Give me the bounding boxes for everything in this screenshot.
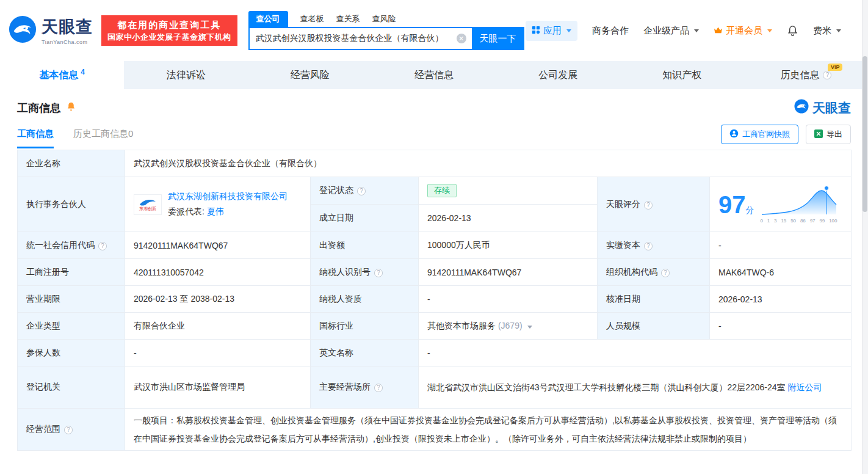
table-row: 参保人数 - 英文名称 - bbox=[18, 340, 852, 366]
reg-status-label-text: 登记状态 bbox=[319, 185, 353, 195]
business-scope-label: 经营范围 bbox=[18, 409, 125, 451]
help-icon[interactable] bbox=[64, 426, 73, 434]
org-code-label-text: 组织机构代码 bbox=[606, 267, 657, 277]
user-menu[interactable]: 费米 bbox=[813, 25, 841, 37]
table-row: 统一社会信用代码 91420111MAK64TWQ67 出资额 100000万人… bbox=[18, 232, 852, 259]
help-icon[interactable] bbox=[374, 384, 383, 392]
org-code-label: 组织机构代码 bbox=[598, 259, 710, 286]
table-row: 执行事务合伙人 东湖创新 武汉东湖创新科技投资有限公司 委派代表: 夏伟 bbox=[18, 177, 852, 205]
subscribe-bell-icon[interactable] bbox=[66, 101, 76, 114]
table-row: 企业名称 武汉武创兴汉股权投资基金合伙企业（有限合伙） bbox=[18, 150, 852, 177]
status-badge: 存续 bbox=[427, 184, 457, 197]
help-icon[interactable] bbox=[357, 187, 366, 195]
taxpayer-quality-value: - bbox=[419, 286, 598, 313]
business-address-label: 主要经营场所 bbox=[311, 366, 419, 409]
vertical-scrollbar[interactable] bbox=[862, 0, 868, 474]
nearby-companies-link[interactable]: 附近公司 bbox=[787, 382, 822, 392]
official-snapshot-button[interactable]: 工商官网快照 bbox=[721, 125, 798, 144]
business-info-table: 企业名称 武汉武创兴汉股权投资基金合伙企业（有限合伙） 执行事务合伙人 东湖创新… bbox=[17, 150, 852, 451]
search-tab-company[interactable]: 查公司 bbox=[248, 11, 288, 27]
banner-line2: 国家中小企业发展子基金旗下机构 bbox=[107, 33, 231, 41]
tianyancha-company-page: 天眼查 TianYanCha.com 都在用的商业查询工具 国家中小企业发展子基… bbox=[0, 0, 868, 474]
clear-search-icon[interactable]: ✕ bbox=[457, 34, 466, 43]
search-button[interactable]: 天眼一下 bbox=[472, 27, 524, 50]
table-row: 工商注册号 420111310057042 纳税人识别号 91420111MAK… bbox=[18, 259, 852, 286]
tab-company-development[interactable]: 公司发展 bbox=[496, 61, 620, 89]
partner-logo-text: 东湖创新 bbox=[139, 206, 156, 211]
tab-business-info[interactable]: 工商信息 bbox=[17, 128, 54, 148]
tianyancha-logo[interactable]: 天眼查 TianYanCha.com bbox=[9, 15, 93, 46]
tab-operation-info[interactable]: 经营信息 bbox=[372, 61, 496, 89]
help-icon[interactable] bbox=[644, 201, 653, 210]
chevron-down-icon[interactable] bbox=[527, 326, 532, 329]
notification-bell[interactable] bbox=[787, 25, 798, 37]
establish-date-value: 2026-02-13 bbox=[419, 205, 598, 232]
score-unit: 分 bbox=[746, 205, 754, 215]
tab-basic-info-label: 基本信息 bbox=[39, 69, 78, 82]
reg-authority-value: 武汉市洪山区市场监督管理局 bbox=[125, 366, 311, 409]
staff-size-value: - bbox=[710, 313, 852, 340]
partner-company-link[interactable]: 武汉东湖创新科技投资有限公司 bbox=[168, 191, 288, 202]
tab-history-business-info[interactable]: 历史工商信息0 bbox=[73, 128, 133, 148]
reg-number-value: 420111310057042 bbox=[125, 259, 311, 286]
rep-label: 委派代表: bbox=[168, 206, 204, 216]
insured-count-label: 参保人数 bbox=[18, 340, 125, 366]
reg-status-label: 登记状态 bbox=[311, 177, 419, 205]
top-header: 天眼查 TianYanCha.com 都在用的商业查询工具 国家中小企业发展子基… bbox=[0, 0, 868, 61]
enterprise-products-menu[interactable]: 企业级产品 bbox=[643, 25, 699, 37]
tab-legal-proceedings[interactable]: 法律诉讼 bbox=[124, 61, 248, 89]
export-button-label: 导出 bbox=[826, 129, 842, 140]
credit-code-label: 统一社会信用代码 bbox=[18, 232, 125, 259]
tab-operation-risk[interactable]: 经营风险 bbox=[248, 61, 372, 89]
help-icon[interactable] bbox=[661, 269, 670, 277]
scrollbar-thumb[interactable] bbox=[863, 56, 867, 212]
help-icon[interactable] bbox=[374, 269, 383, 277]
rep-name-link[interactable]: 夏伟 bbox=[207, 206, 224, 216]
score-cell[interactable]: 97分 0131550869799100 bbox=[710, 177, 852, 232]
executive-partner-label: 执行事务合伙人 bbox=[18, 177, 125, 232]
taxpayer-quality-label: 纳税人资质 bbox=[311, 286, 419, 313]
promo-banner: 都在用的商业查询工具 国家中小企业发展子基金旗下机构 bbox=[101, 15, 237, 46]
org-code-value: MAK64TWQ-6 bbox=[710, 259, 852, 286]
company-name-label: 企业名称 bbox=[18, 150, 125, 177]
establish-date-label: 成立日期 bbox=[311, 205, 419, 232]
search-area: 查公司 查老板 查关系 查风险 ✕ 天眼一下 bbox=[248, 11, 524, 50]
excel-icon bbox=[814, 129, 823, 140]
business-cooperation-link[interactable]: 商务合作 bbox=[592, 25, 629, 37]
search-tab-relation[interactable]: 查关系 bbox=[336, 11, 360, 27]
business-scope-value: 一般项目：私募股权投资基金管理、创业投资基金管理服务（须在中国证券投资基金业协会… bbox=[125, 409, 852, 451]
tab-basic-info[interactable]: 基本信息 4 bbox=[0, 61, 124, 89]
approval-date-label: 核准日期 bbox=[598, 286, 710, 313]
chevron-down-icon bbox=[836, 29, 841, 32]
business-term-value: 2026-02-13 至 2038-02-13 bbox=[125, 286, 311, 313]
section-title: 工商信息 bbox=[17, 101, 61, 115]
apps-label: 应用 bbox=[543, 25, 562, 37]
capital-value: 100000万人民币 bbox=[419, 232, 598, 259]
search-tab-risk[interactable]: 查风险 bbox=[372, 11, 396, 27]
taxpayer-id-value: 91420111MAK64TWQ67 bbox=[419, 259, 598, 286]
company-type-value: 有限合伙企业 bbox=[125, 313, 311, 340]
help-icon[interactable] bbox=[823, 71, 831, 79]
approval-date-value: 2026-02-13 bbox=[710, 286, 852, 313]
staff-size-label: 人员规模 bbox=[598, 313, 710, 340]
score-label-text: 天眼评分 bbox=[606, 199, 640, 209]
logo-domain: TianYanCha.com bbox=[42, 39, 93, 45]
apps-menu[interactable]: 应用 bbox=[526, 21, 577, 41]
help-icon[interactable] bbox=[98, 242, 107, 250]
search-input[interactable] bbox=[250, 34, 472, 43]
tab-history-info[interactable]: VIP 历史信息 bbox=[744, 61, 868, 89]
company-name-value: 武汉武创兴汉股权投资基金合伙企业（有限合伙） bbox=[125, 150, 852, 177]
export-button[interactable]: 导出 bbox=[806, 125, 851, 144]
tab-legal-label: 法律诉讼 bbox=[167, 69, 206, 82]
address-text: 湖北省武汉市洪山区文治街43号武汉理工大学科技孵化楼三期（洪山科创大厦）22层2… bbox=[427, 382, 786, 392]
credit-code-label-text: 统一社会信用代码 bbox=[26, 240, 95, 250]
business-scope-label-text: 经营范围 bbox=[26, 424, 60, 434]
open-vip-menu[interactable]: 开通会员 bbox=[714, 25, 772, 37]
executive-partner-cell: 东湖创新 武汉东湖创新科技投资有限公司 委派代表: 夏伟 bbox=[125, 177, 311, 232]
help-icon[interactable] bbox=[644, 242, 653, 250]
tab-intellectual-property[interactable]: 知识产权 bbox=[620, 61, 744, 89]
business-term-label: 营业期限 bbox=[18, 286, 125, 313]
paid-capital-value: - bbox=[710, 232, 852, 259]
capital-label: 出资额 bbox=[311, 232, 419, 259]
search-tab-boss[interactable]: 查老板 bbox=[300, 11, 324, 27]
